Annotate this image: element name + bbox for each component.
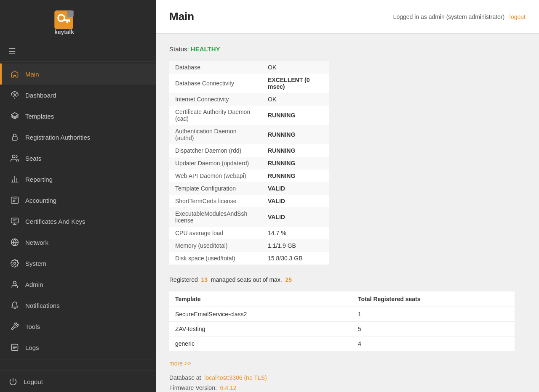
sidebar-item-accounting-label: Accounting: [25, 197, 56, 204]
status-row-label: Certificate Authority Daemon (cad): [169, 106, 262, 125]
content-area: Status: HEALTHY DatabaseOKDatabase Conne…: [156, 34, 539, 392]
firmware-prefix: Firmware Version:: [169, 384, 217, 391]
sidebar-item-system-label: System: [25, 260, 46, 267]
logo: keytalk: [53, 8, 103, 35]
sidebar-item-dashboard[interactable]: Dashboard: [0, 85, 156, 106]
status-row-value: RUNNING: [262, 144, 329, 157]
status-row-label: Database Connectivity: [169, 74, 262, 93]
seats-row-template: generic: [169, 336, 352, 351]
sidebar-item-registration-authorities[interactable]: Registration Authorities: [0, 127, 156, 148]
svg-point-10: [12, 155, 15, 158]
main-content: Main Logged in as admin (system administ…: [156, 0, 539, 392]
dashboard-icon: [10, 90, 19, 100]
registered-max: 25: [286, 276, 292, 283]
status-row-value: RUNNING: [262, 106, 329, 125]
status-row-value: 14.7 %: [262, 227, 329, 239]
status-row-value: OK: [262, 61, 329, 74]
seats-row-count: 1: [352, 307, 515, 322]
header: Main Logged in as admin (system administ…: [156, 0, 539, 34]
status-row-label: ExecutableModulesAndSsh license: [169, 207, 262, 227]
status-row-value: RUNNING: [262, 170, 329, 182]
sidebar-item-seats[interactable]: Seats: [0, 148, 156, 169]
seats-row-count: 4: [352, 336, 515, 351]
network-icon: [10, 238, 19, 247]
status-row-value: OK: [262, 93, 329, 106]
people-icon: [10, 154, 19, 163]
logo-area: keytalk: [0, 0, 156, 41]
svg-rect-9: [12, 137, 17, 140]
power-icon: [8, 377, 18, 386]
tools-icon: [10, 322, 19, 331]
sidebar-item-reporting[interactable]: Reporting: [0, 169, 156, 190]
sidebar-item-templates[interactable]: Templates: [0, 106, 156, 127]
header-logout-link[interactable]: logout: [510, 13, 526, 20]
sidebar: keytalk ☰ Main Dashboard Templates: [0, 0, 156, 392]
status-row-label: Template Configuration: [169, 182, 262, 195]
hamburger-area[interactable]: ☰: [0, 41, 156, 62]
status-line: Status: HEALTHY: [169, 45, 526, 53]
sidebar-item-certificates-and-keys[interactable]: Certificates And Keys: [0, 211, 156, 232]
user-info: Logged in as admin (system administrator…: [393, 13, 526, 20]
status-row-value: VALID: [262, 195, 329, 207]
registered-count: 13: [201, 276, 208, 283]
firmware-line: Firmware Version: 6.4.12: [169, 384, 526, 391]
sidebar-item-system[interactable]: System: [0, 253, 156, 274]
certificate-icon: [10, 217, 19, 226]
logout-item[interactable]: Logout: [8, 377, 147, 386]
more-link[interactable]: more >>: [169, 360, 191, 367]
home-icon: [10, 69, 19, 79]
db-line: Database at localhost:3306 (no TLS): [169, 374, 526, 381]
sidebar-item-admin[interactable]: Admin: [0, 274, 156, 295]
sidebar-item-notifications-label: Notifications: [25, 302, 60, 309]
firmware-version: 6.4.12: [220, 384, 237, 391]
gear-icon: [10, 259, 19, 268]
nav-items: Main Dashboard Templates Registration Au…: [0, 62, 156, 392]
sidebar-item-accounting[interactable]: Accounting: [0, 190, 156, 211]
status-row-label: Internet Connectivity: [169, 93, 262, 106]
svg-text:keytalk: keytalk: [54, 29, 74, 35]
table-row: SecureEmailService-class21: [169, 307, 515, 322]
sidebar-item-logs[interactable]: Logs: [0, 337, 156, 358]
status-row-label: Web API Daemon (webapi): [169, 170, 262, 182]
svg-point-18: [14, 262, 16, 265]
sidebar-item-logs-label: Logs: [25, 344, 39, 351]
registered-prefix: Registered: [169, 276, 198, 283]
page-title: Main: [169, 10, 194, 23]
svg-point-19: [13, 281, 16, 284]
status-row-value: RUNNING: [262, 157, 329, 170]
status-row-value: EXCELLENT (0 msec): [262, 74, 329, 93]
layers-icon: [10, 111, 19, 121]
sidebar-item-main-label: Main: [25, 71, 39, 78]
svg-rect-5: [67, 11, 73, 17]
status-prefix: Status:: [169, 45, 189, 53]
sidebar-item-tools[interactable]: Tools: [0, 316, 156, 337]
logout-area[interactable]: Logout: [0, 371, 156, 392]
sidebar-item-reg-auth-label: Registration Authorities: [25, 134, 90, 141]
sidebar-item-templates-label: Templates: [25, 113, 54, 120]
sidebar-item-notifications[interactable]: Notifications: [0, 295, 156, 316]
registered-middle: managed seats out of max.: [211, 276, 282, 283]
status-table: DatabaseOKDatabase ConnectivityEXCELLENT…: [169, 61, 329, 265]
table-row: ZAV-testing5: [169, 322, 515, 336]
logout-label: Logout: [24, 378, 43, 385]
bell-icon: [10, 301, 19, 310]
seats-table: Template Total Registered seats SecureEm…: [169, 291, 515, 351]
sidebar-item-certs-label: Certificates And Keys: [25, 218, 85, 225]
sidebar-item-main[interactable]: Main: [0, 64, 156, 85]
sidebar-item-network-label: Network: [25, 239, 48, 246]
db-link: localhost:3306 (no TLS): [204, 374, 267, 381]
status-row-value: 1.1/1.9 GB: [262, 239, 329, 252]
status-row-label: CPU average load: [169, 227, 262, 239]
status-row-label: Dispatcher Daemon (rdd): [169, 144, 262, 157]
admin-icon: [10, 280, 19, 289]
svg-point-7: [14, 94, 15, 95]
status-row-value: 15.8/30.3 GB: [262, 252, 329, 265]
status-row-label: Database: [169, 61, 262, 74]
table-row: generic4: [169, 336, 515, 351]
sidebar-item-network[interactable]: Network: [0, 232, 156, 253]
chart-icon: [10, 175, 19, 184]
accounting-icon: [10, 196, 19, 205]
user-info-text: Logged in as admin (system administrator…: [393, 13, 505, 20]
status-row-label: Updater Daemon (updaterd): [169, 157, 262, 170]
hamburger-icon[interactable]: ☰: [8, 47, 16, 56]
